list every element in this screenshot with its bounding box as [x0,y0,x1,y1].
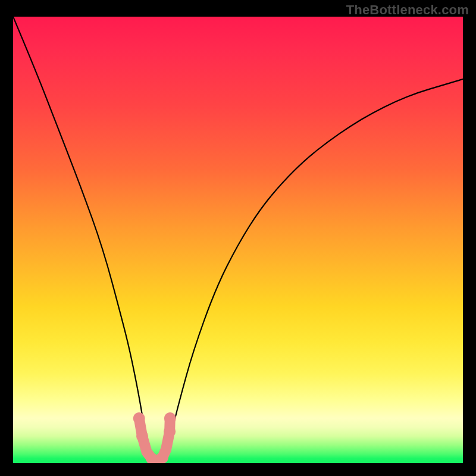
chart-stage: TheBottleneck.com [0,0,476,476]
background-gradient [13,17,463,463]
plot-area [13,17,463,463]
watermark-text: TheBottleneck.com [346,2,469,18]
plot-clip [13,17,463,463]
